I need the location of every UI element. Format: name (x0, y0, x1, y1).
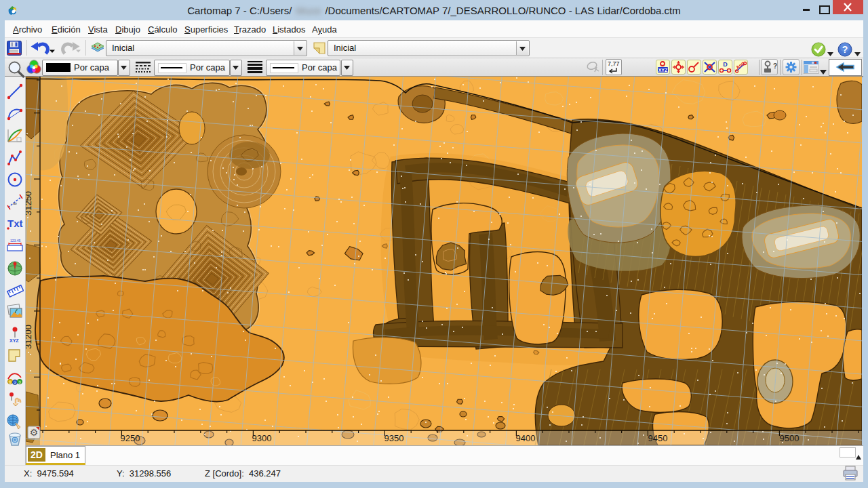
svg-text:2: 2 (14, 381, 16, 385)
svg-text:?: ? (773, 62, 777, 70)
svg-text:9300: 9300 (252, 433, 272, 443)
svg-text:D: D (723, 61, 728, 68)
svg-text:∞: ∞ (13, 201, 17, 207)
svg-text:9250: 9250 (121, 433, 140, 443)
svg-text:XYZ: XYZ (9, 338, 19, 343)
svg-text:9500: 9500 (780, 433, 800, 443)
svg-text:?: ? (842, 44, 848, 55)
svg-text:Txt: Txt (7, 218, 23, 229)
svg-text:3: 3 (19, 380, 21, 384)
svg-text:9400: 9400 (516, 433, 536, 443)
svg-text:⚙: ⚙ (30, 427, 39, 438)
svg-text:1: 1 (9, 380, 12, 384)
svg-text:9450: 9450 (648, 433, 668, 443)
svg-text:9350: 9350 (384, 433, 404, 443)
svg-text:XYZ: XYZ (658, 68, 668, 73)
svg-text:123.45: 123.45 (10, 239, 21, 243)
svg-text:31250: 31250 (26, 191, 33, 216)
svg-text:31200: 31200 (26, 325, 33, 349)
